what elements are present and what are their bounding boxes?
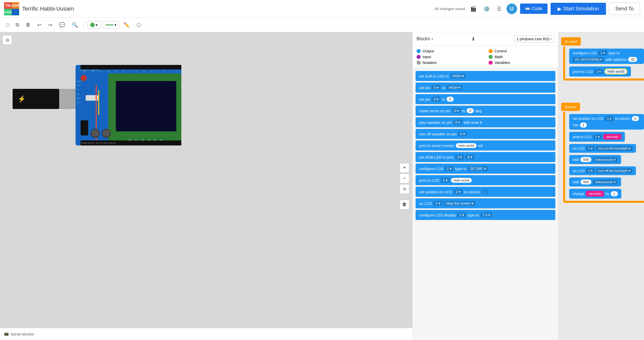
redo-button[interactable]: ↪ [46, 20, 54, 30]
block-rotate-servo[interactable]: rotate servo on pin 0 ▾ to 0 deg [416, 106, 555, 116]
category-control[interactable]: Control [489, 49, 555, 53]
user-avatar[interactable]: U [506, 4, 517, 14]
change-block[interactable]: change seconds by 1 [569, 189, 621, 199]
block-set-position-lcd[interactable]: set position on LCD 1 ▾ to column ... [416, 187, 555, 197]
reset-button[interactable] [81, 75, 87, 81]
lcd-num-dropdown[interactable]: 1 ▾ [445, 166, 454, 171]
configure-lcd-type[interactable]: I2C (MCP23008) ▾ [573, 57, 604, 62]
pin-inline-value[interactable]: 0 [447, 97, 454, 102]
block-configure-led-display[interactable]: configure LED display 1 ▾ type to 7-s ▾ [416, 210, 555, 220]
line-color-picker[interactable]: ▾ [103, 21, 119, 28]
color-picker[interactable]: ▾ [87, 21, 100, 29]
category-math[interactable]: Math [489, 55, 555, 59]
lcd-clear-action-dropdown[interactable]: clear the screen ▾ [444, 201, 476, 206]
led-display-type-dropdown[interactable]: 7-s ▾ [481, 212, 492, 217]
undo-button[interactable]: ↩ [35, 20, 44, 30]
block-play-speaker[interactable]: play speaker on pin 0 ▾ with tone 6 [416, 117, 555, 127]
on-lcd-backlight-on-block[interactable]: on LCD 1 ▾ turn on the backlight ▾ [569, 144, 636, 153]
wait1-unit[interactable]: milliseconds ▾ [593, 157, 617, 162]
start-simulation-button[interactable]: ▶ Start Simulation [551, 3, 606, 15]
pin-dropdown-2[interactable]: 3 ▾ [432, 97, 440, 102]
lcd-pos-num-dropdown[interactable]: 1 ▾ [454, 189, 462, 194]
configure-lcd-num[interactable]: 1 ▾ [598, 51, 607, 55]
wait2-val[interactable]: 500 [581, 179, 591, 184]
code-button[interactable]: ⌨️ Code [520, 4, 548, 14]
lcd-print-text[interactable]: hello world [451, 178, 472, 183]
block-configure-lcd[interactable]: configure LCD 1 ▾ type to I2C (MC ▾ [416, 164, 555, 174]
on-lcd1-num[interactable]: 1 ▾ [586, 146, 595, 151]
copy-button[interactable]: ⧉ [14, 20, 21, 30]
component-icon[interactable]: ⚙️ [482, 4, 492, 14]
block-set-pin-high[interactable]: set pin 0 ▾ to HIGH ▾ [416, 83, 555, 93]
zoom-in-button[interactable]: + [400, 163, 409, 173]
on-lcd-backlight-off-block[interactable]: on LCD 1 ▾ turn off the backlight ▾ [569, 166, 636, 175]
print2-num[interactable]: 1 ▾ [593, 134, 602, 139]
category-notation[interactable]: Notation [417, 60, 483, 65]
lcd-pos-col-dropdown[interactable]: ... [482, 189, 489, 194]
block-set-builtin-led[interactable]: set built-in LED to HIGH ▾ [416, 71, 555, 81]
rgb-pin1-dropdown[interactable]: 3 ▾ [455, 155, 464, 160]
lcd-clear-num-dropdown[interactable]: 1 ▾ [433, 201, 442, 206]
new-document-button[interactable]: □ [4, 20, 11, 30]
print-seconds-block[interactable]: print to LCD 1 ▾ seconds [569, 132, 625, 142]
block-set-rgb[interactable]: set RGB LED in pins 3 ▾ 6 ▾ [416, 152, 555, 162]
led-display-num-dropdown[interactable]: 1 ▾ [457, 212, 466, 217]
canvas-toggle-button[interactable]: ⊙ [3, 35, 12, 45]
configure-addr-val[interactable]: 32 [628, 57, 637, 62]
delete-button[interactable]: 🗑 [24, 20, 33, 30]
block-lcd-clear[interactable]: on LCD 1 ▾ clear the screen ▾ [416, 198, 555, 208]
print-lcd-block[interactable]: print to LCD 1 ▾ hello world [569, 66, 631, 77]
category-variables[interactable]: Variables [489, 60, 555, 65]
lcd-type-dropdown[interactable]: I2C (MC ▾ [468, 166, 488, 171]
block-set-pin-val[interactable]: set pin 3 ▾ to 0 [416, 94, 555, 104]
set-pos-num[interactable]: 1 ▾ [605, 116, 614, 121]
on-lcd1-action[interactable]: turn on the backlight ▾ [596, 146, 632, 151]
on-start-block[interactable]: on start [561, 37, 581, 46]
canvas-area[interactable]: ⊙ ⚡ 1312111098-76543210 DI [0, 32, 412, 340]
on-lcd2-num[interactable]: 1 ▾ [586, 168, 595, 173]
component-button[interactable]: 🔍 [70, 20, 80, 30]
on-lcd2-action[interactable]: turn off the backlight ▾ [596, 168, 632, 173]
pin-dropdown-1[interactable]: 0 ▾ [432, 85, 440, 90]
speaker-pin-dropdown[interactable]: 0 ▾ [453, 120, 462, 125]
set-pos-col-val[interactable]: 0 [632, 116, 639, 121]
speaker-off-pin-dropdown[interactable]: 0 ▾ [458, 131, 467, 136]
change-val[interactable]: 1 [611, 191, 618, 196]
wait2-block[interactable]: wait 500 milliseconds ▾ [569, 177, 621, 186]
category-output[interactable]: Output [417, 49, 483, 53]
set-position-block[interactable]: set position on LCD 1 ▾ to column 0 row … [569, 114, 644, 130]
zoom-fit-button[interactable]: ⊟ [400, 184, 409, 194]
serial-monitor-bar[interactable]: 📟 Serial Monitor [0, 328, 412, 340]
serial-text-value[interactable]: hello world [456, 143, 477, 148]
mirror-button[interactable]: ⬡ [134, 20, 143, 30]
pin-value-dropdown-1[interactable]: HIGH ▾ [447, 85, 462, 90]
list-icon[interactable]: ☰ [495, 4, 503, 14]
rgb-pin2-dropdown[interactable]: 6 ▾ [465, 155, 474, 160]
zoom-out-button[interactable]: − [400, 174, 409, 183]
servo-deg-value[interactable]: 0 [467, 108, 474, 113]
download-icon[interactable]: ⬇ [469, 34, 478, 44]
set-pos-row-val[interactable]: 1 [580, 123, 587, 128]
send-to-button[interactable]: Send To [609, 3, 640, 15]
change-var-block[interactable]: seconds [586, 191, 604, 197]
block-print-serial[interactable]: print to serial monitor hello world wit [416, 140, 555, 150]
block-turn-off-speaker[interactable]: turn off speaker on pin 0 ▾ [416, 129, 555, 139]
comment-button[interactable]: 💬 [57, 20, 67, 30]
trash-button[interactable]: 🗑 [400, 200, 409, 209]
wait1-val[interactable]: 500 [581, 157, 591, 162]
block-print-lcd[interactable]: print to LCD 1 ▾ hello world [416, 175, 555, 185]
blocks-selector[interactable]: Blocks ▾ [417, 36, 433, 42]
video-icon[interactable]: 🎬 [468, 4, 479, 14]
configure-lcd-block[interactable]: configure LCD 1 ▾ type to I2C (MCP23008)… [569, 49, 644, 64]
device-selector[interactable]: 1 (Arduino Uno R3) ▾ [514, 35, 554, 42]
builtin-led-dropdown[interactable]: HIGH ▾ [450, 73, 466, 79]
wait1-block[interactable]: wait 500 milliseconds ▾ [569, 155, 621, 164]
forever-block[interactable]: forever [561, 103, 580, 111]
print-lcd-num[interactable]: 1 ▾ [594, 69, 603, 74]
servo-pin-dropdown[interactable]: 0 ▾ [452, 108, 461, 113]
category-input[interactable]: Input [417, 55, 483, 59]
lcd-print-num-dropdown[interactable]: 1 ▾ [441, 178, 450, 183]
pencil-button[interactable]: ✏️ [122, 20, 132, 30]
print-text-hello-world[interactable]: hello world [604, 68, 627, 74]
wait2-unit[interactable]: milliseconds ▾ [593, 180, 617, 184]
